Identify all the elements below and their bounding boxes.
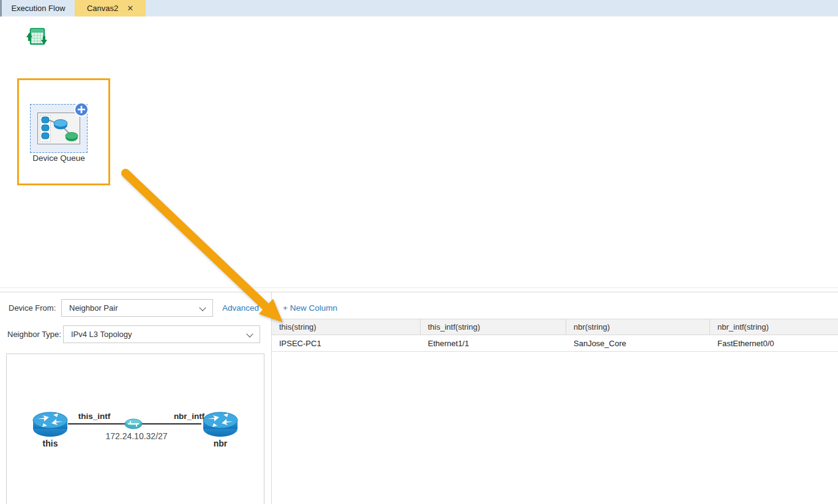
cell-nbr-intf[interactable]: FastEthernet0/0 <box>710 335 838 351</box>
neighbor-type-select[interactable]: IPv4 L3 Topology <box>63 325 260 343</box>
device-from-label: Device From: <box>9 303 56 313</box>
result-table-area: + New Column this(string) this_intf(stri… <box>272 292 838 504</box>
cell-this-intf[interactable]: Ethernet1/1 <box>421 335 566 351</box>
splitter-line-top <box>0 287 838 288</box>
add-plus-badge-icon[interactable] <box>73 102 89 117</box>
device-from-value: Neighbor Pair <box>69 303 118 313</box>
neighbor-type-value: IPv4 L3 Topology <box>71 330 132 339</box>
cell-this[interactable]: IPSEC-PC1 <box>272 335 421 351</box>
close-icon[interactable]: ✕ <box>127 4 133 12</box>
column-header-this[interactable]: this(string) <box>272 319 421 335</box>
tab-execution-flow[interactable]: Execution Flow <box>2 0 75 17</box>
new-column-link[interactable]: + New Column <box>283 303 337 313</box>
this-device-label: this <box>32 439 68 448</box>
tab-canvas2[interactable]: Canvas2 ✕ <box>75 0 146 17</box>
advanced-link[interactable]: Advanced <box>222 303 259 313</box>
tab-bar: Execution Flow Canvas2 ✕ <box>0 0 838 17</box>
neighbor-pair-preview: this_intf nbr_intf this nbr 172.24.10.32… <box>6 354 264 504</box>
table-row[interactable]: IPSEC-PC1 Ethernet1/1 SanJose_Core FastE… <box>272 335 838 352</box>
router-icon-this <box>32 409 68 438</box>
device-queue-label: Device Queue <box>21 154 97 163</box>
cell-nbr[interactable]: SanJose_Core <box>566 335 710 351</box>
column-header-nbr[interactable]: nbr(string) <box>566 319 710 335</box>
tab-canvas2-label: Canvas2 <box>87 4 118 13</box>
device-queue-node[interactable] <box>30 104 88 153</box>
neighbor-type-label: Neighbor Type: <box>7 330 61 339</box>
nbr-intf-label: nbr_intf <box>165 412 214 421</box>
table-header-row: this(string) this_intf(string) nbr(strin… <box>272 319 838 335</box>
media-subnet-icon <box>124 418 143 429</box>
tab-execution-flow-label: Execution Flow <box>11 4 65 13</box>
this-intf-label: this_intf <box>70 412 119 421</box>
result-table: this(string) this_intf(string) nbr(strin… <box>272 319 838 352</box>
device-from-select[interactable]: Neighbor Pair <box>61 299 213 317</box>
chevron-down-icon <box>246 330 253 337</box>
app-window: Execution Flow Canvas2 ✕ <box>0 0 838 504</box>
bottom-panel: Device From: Neighbor Pair Advanced Neig… <box>0 292 838 504</box>
column-header-this-intf[interactable]: this_intf(string) <box>421 319 566 335</box>
flowchart-canvas[interactable]: Device Queue <box>0 17 838 287</box>
nbr-device-label: nbr <box>203 439 238 448</box>
chevron-down-icon <box>199 304 206 311</box>
table-sync-icon[interactable] <box>26 27 48 49</box>
subnet-label: 172.24.10.32/27 <box>101 431 172 441</box>
column-header-nbr-intf[interactable]: nbr_intf(string) <box>710 319 838 335</box>
